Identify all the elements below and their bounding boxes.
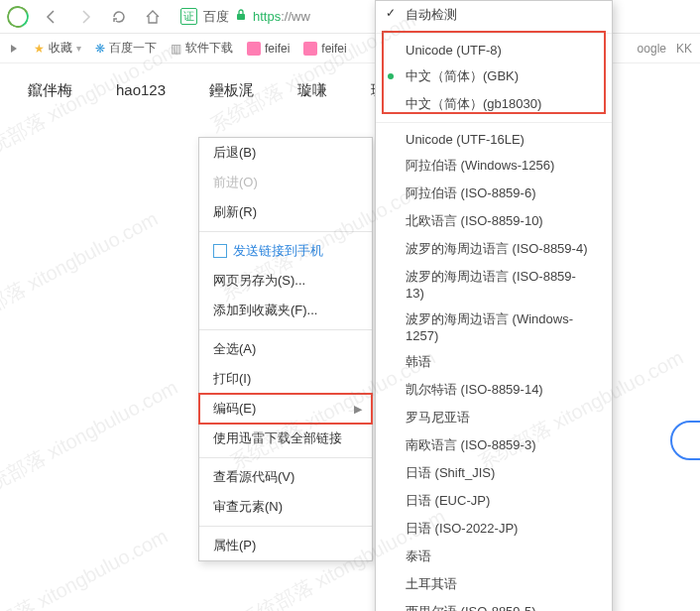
lock-icon bbox=[235, 9, 247, 24]
search-button[interactable] bbox=[670, 421, 700, 460]
encoding-item[interactable]: 罗马尼亚语 bbox=[376, 404, 612, 431]
site-icon bbox=[303, 42, 317, 56]
context-menu: 后退(B) 前进(O) 刷新(R) 发送链接到手机 网页另存为(S)... 添加… bbox=[198, 137, 373, 561]
star-icon: ★ bbox=[34, 42, 45, 56]
bookmark-right-2[interactable]: KK bbox=[676, 42, 692, 56]
encoding-item-selected[interactable]: 中文（简体）(GBK) bbox=[376, 62, 612, 90]
menu-separator bbox=[199, 526, 372, 527]
encoding-auto-detect[interactable]: 自动检测 bbox=[376, 1, 612, 29]
cert-site: 百度 bbox=[203, 8, 229, 26]
encoding-item[interactable]: 凯尔特语 (ISO-8859-14) bbox=[376, 376, 612, 404]
nav-tab[interactable]: hao123 bbox=[116, 81, 166, 100]
refresh-icon[interactable] bbox=[107, 5, 131, 29]
menu-separator bbox=[199, 231, 372, 232]
menu-separator bbox=[376, 122, 612, 123]
menu-forward: 前进(O) bbox=[199, 168, 372, 197]
favorites-label: 收藏 bbox=[49, 40, 72, 57]
menu-inspect[interactable]: 审查元素(N) bbox=[199, 492, 372, 522]
folder-icon: ▥ bbox=[171, 42, 181, 56]
menu-encoding[interactable]: 编码(E) ▶ bbox=[199, 394, 372, 424]
menu-print[interactable]: 打印(I) bbox=[199, 364, 372, 394]
encoding-item[interactable]: 北欧语言 (ISO-8859-10) bbox=[376, 207, 612, 235]
encoding-item[interactable]: 阿拉伯语 (ISO-8859-6) bbox=[376, 180, 612, 207]
encoding-item[interactable]: 泰语 bbox=[376, 543, 612, 570]
browser-logo-icon bbox=[6, 5, 30, 29]
back-icon[interactable] bbox=[40, 5, 63, 29]
menu-send-link[interactable]: 发送链接到手机 bbox=[199, 236, 372, 266]
menu-view-source[interactable]: 查看源代码(V) bbox=[199, 462, 372, 492]
encoding-item[interactable]: 西里尔语 (ISO-8859-5) bbox=[376, 598, 612, 611]
menu-separator bbox=[199, 329, 372, 330]
encoding-item[interactable]: Unicode (UTF-16LE) bbox=[376, 127, 612, 152]
menu-save-as[interactable]: 网页另存为(S)... bbox=[199, 266, 372, 296]
encoding-item[interactable]: 南欧语言 (ISO-8859-3) bbox=[376, 431, 612, 459]
chevron-down-icon: ▾ bbox=[76, 43, 81, 54]
encoding-item[interactable]: 日语 (ISO-2022-JP) bbox=[376, 515, 612, 543]
svg-rect-0 bbox=[237, 14, 245, 20]
nav-tab[interactable]: 鑸板浘 bbox=[209, 81, 254, 100]
encoding-submenu: 自动检测 Unicode (UTF-8) 中文（简体）(GBK) 中文（简体）(… bbox=[375, 0, 613, 611]
bookmark-label: feifei bbox=[321, 42, 346, 56]
url-rest: ://ww bbox=[281, 9, 310, 24]
phone-icon bbox=[213, 244, 227, 258]
encoding-item[interactable]: 波罗的海周边语言 (ISO-8859-4) bbox=[376, 235, 612, 263]
encoding-item[interactable]: 波罗的海周边语言 (Windows-1257) bbox=[376, 306, 612, 348]
menu-refresh[interactable]: 刷新(R) bbox=[199, 197, 372, 227]
menu-label: 编码(E) bbox=[213, 400, 256, 418]
bookmark-feifei-1[interactable]: feifei bbox=[247, 42, 290, 56]
menu-select-all[interactable]: 全选(A) bbox=[199, 334, 372, 364]
submenu-arrow-icon: ▶ bbox=[354, 403, 362, 416]
site-icon bbox=[247, 42, 261, 56]
bookmark-download[interactable]: ▥ 软件下载 bbox=[171, 40, 233, 57]
bookmark-right-1[interactable]: oogle bbox=[638, 42, 666, 56]
menu-properties[interactable]: 属性(P) bbox=[199, 531, 372, 560]
bookmark-label: 软件下载 bbox=[185, 40, 233, 57]
menu-thunder-download[interactable]: 使用迅雷下载全部链接 bbox=[199, 424, 372, 453]
encoding-item[interactable]: 日语 (Shift_JIS) bbox=[376, 459, 612, 487]
paw-icon: ❋ bbox=[95, 42, 105, 56]
encoding-item[interactable]: 阿拉伯语 (Windows-1256) bbox=[376, 152, 612, 180]
menu-separator bbox=[199, 457, 372, 458]
favorites-button[interactable]: ★ 收藏 ▾ bbox=[34, 40, 81, 57]
url-scheme: https bbox=[253, 9, 281, 24]
bookmark-feifei-2[interactable]: feifei bbox=[303, 42, 346, 56]
nav-tab[interactable]: 鑹伴梅 bbox=[28, 81, 72, 100]
cert-badge: 证 bbox=[180, 8, 197, 25]
bookmark-baidu[interactable]: ❋ 百度一下 bbox=[95, 40, 157, 57]
menu-add-favorite[interactable]: 添加到收藏夹(F)... bbox=[199, 296, 372, 325]
nav-tab[interactable]: 璇嗛 bbox=[297, 81, 327, 100]
address-bar[interactable]: 证 百度 https://ww bbox=[180, 8, 310, 26]
bookmark-label: feifei bbox=[265, 42, 290, 56]
home-icon[interactable] bbox=[141, 5, 165, 29]
menu-back[interactable]: 后退(B) bbox=[199, 138, 372, 168]
encoding-item[interactable]: Unicode (UTF-8) bbox=[376, 38, 612, 62]
encoding-item[interactable]: 波罗的海周边语言 (ISO-8859-13) bbox=[376, 263, 612, 306]
forward-icon[interactable] bbox=[73, 5, 97, 29]
expand-icon[interactable] bbox=[8, 43, 20, 55]
encoding-item[interactable]: 土耳其语 bbox=[376, 570, 612, 598]
encoding-item[interactable]: 中文（简体）(gb18030) bbox=[376, 90, 612, 118]
encoding-item[interactable]: 韩语 bbox=[376, 348, 612, 376]
menu-separator bbox=[376, 33, 612, 34]
encoding-item[interactable]: 日语 (EUC-JP) bbox=[376, 487, 612, 515]
menu-label: 发送链接到手机 bbox=[233, 242, 323, 260]
bookmark-label: 百度一下 bbox=[109, 40, 157, 57]
